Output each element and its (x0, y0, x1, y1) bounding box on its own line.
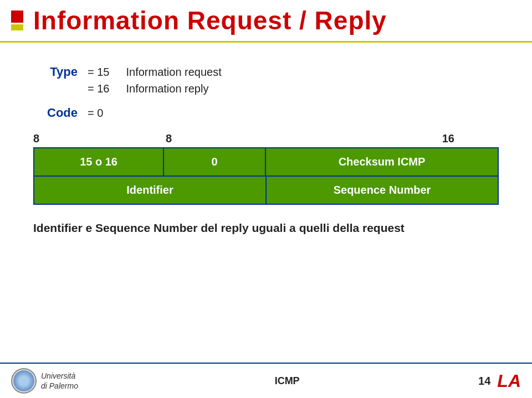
bottom-description: Identifier e Sequence Number del reply u… (33, 221, 499, 235)
column-numbers-row: 8 8 16 (33, 132, 499, 147)
cell-identifier: Identifier (34, 177, 267, 204)
type-value1: = 15 (88, 66, 109, 79)
cell-sequence: Sequence Number (267, 177, 498, 204)
cell-code: 0 (164, 148, 266, 175)
la-logo: LA (497, 371, 521, 391)
type-label: Type (33, 65, 78, 79)
type-row1: Type = 15 Information request (33, 65, 499, 79)
code-row: Code = 0 (33, 106, 499, 120)
slide-title: Information Request / Reply (33, 6, 387, 35)
type-desc2: Information reply (126, 82, 208, 95)
university-name: Università di Palermo (41, 371, 78, 391)
footer-topic: ICMP (78, 375, 474, 387)
university-logo: Università di Palermo (11, 368, 78, 394)
slide-content: Type = 15 Information request Type = 16 … (0, 43, 532, 235)
type-desc1: Information request (126, 66, 221, 79)
cell-type: 15 o 16 (34, 148, 164, 175)
code-label: Code (33, 106, 78, 120)
accent-yellow (11, 24, 23, 30)
accent-red (11, 11, 23, 23)
univ-line2: di Palermo (41, 381, 78, 391)
type-value2: = 16 (88, 82, 109, 95)
accent-blocks (11, 11, 23, 30)
packet-row1: 15 o 16 0 Checksum ICMP (33, 147, 499, 176)
packet-diagram: 8 8 16 15 o 16 0 Checksum ICMP Identifie… (33, 132, 499, 205)
seal-graphic (13, 370, 34, 391)
type-row2: Type = 16 Information reply (33, 81, 499, 96)
col-num-8a: 8 (33, 132, 39, 145)
col-num-8b: 8 (166, 132, 172, 145)
col-num-16: 16 (442, 132, 454, 145)
university-seal (11, 368, 37, 394)
packet-row2: Identifier Sequence Number (33, 176, 499, 205)
page-number: 14 (474, 375, 490, 387)
code-section: Code = 0 (33, 106, 499, 120)
cell-checksum: Checksum ICMP (266, 148, 498, 175)
type-section: Type = 15 Information request Type = 16 … (33, 65, 499, 96)
code-value: = 0 (88, 107, 103, 120)
slide-footer: Università di Palermo ICMP 14 LA (0, 363, 532, 398)
univ-line1: Università (41, 371, 78, 381)
slide-header: Information Request / Reply (0, 0, 532, 43)
